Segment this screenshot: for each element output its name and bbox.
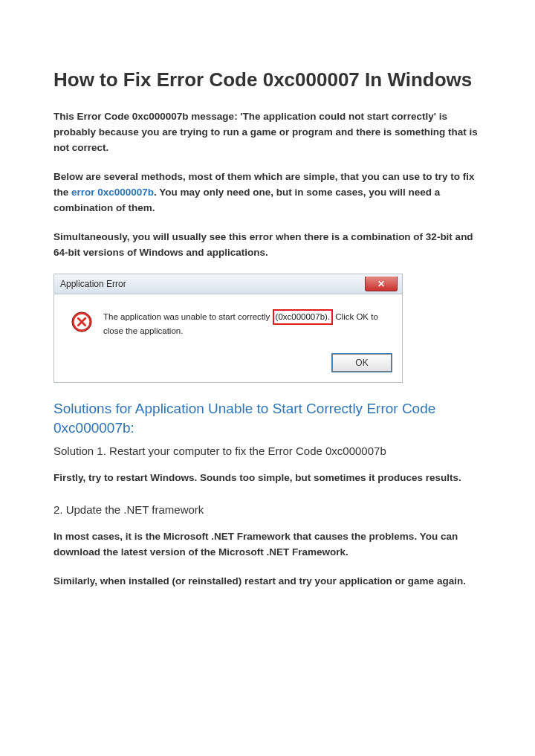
document-page: How to Fix Error Code 0xc000007 In Windo…	[0, 0, 535, 647]
solutions-heading: Solutions for Application Unable to Star…	[54, 399, 482, 439]
ok-button[interactable]: OK	[332, 354, 392, 372]
dialog-title: Application Error	[60, 279, 126, 289]
solution-1-title: Solution 1. Restart your computer to fix…	[54, 443, 482, 460]
error-link[interactable]: error 0xc000007b	[71, 187, 154, 198]
dialog-footer: OK	[54, 348, 402, 382]
dialog-body: The application was unable to start corr…	[54, 294, 402, 347]
dialog-message: The application was unable to start corr…	[103, 309, 389, 337]
error-dialog: Application Error ✕ The application was …	[54, 274, 403, 382]
solution-2-body-1: In most cases, it is the Microsoft .NET …	[54, 529, 482, 560]
dialog-msg-a: The application was unable to start corr…	[103, 312, 273, 321]
dialog-titlebar: Application Error ✕	[54, 274, 402, 294]
ok-button-label: OK	[355, 358, 368, 368]
close-icon: ✕	[377, 280, 385, 288]
intro-paragraph-2: Below are several methods, most of them …	[54, 169, 482, 216]
intro-paragraph-1: This Error Code 0xc000007b message: 'The…	[54, 109, 482, 156]
page-title: How to Fix Error Code 0xc000007 In Windo…	[54, 67, 482, 93]
error-code-highlight: (0xc000007b).	[273, 309, 334, 325]
solution-2-title: 2. Update the .NET framework	[54, 502, 482, 519]
error-icon	[71, 311, 93, 333]
solution-2-body-2: Similarly, when installed (or reinstalle…	[54, 574, 482, 589]
close-button[interactable]: ✕	[365, 277, 398, 291]
intro-paragraph-3: Simultaneously, you will usually see thi…	[54, 230, 482, 261]
solution-1-body: Firstly, try to restart Windows. Sounds …	[54, 471, 482, 486]
